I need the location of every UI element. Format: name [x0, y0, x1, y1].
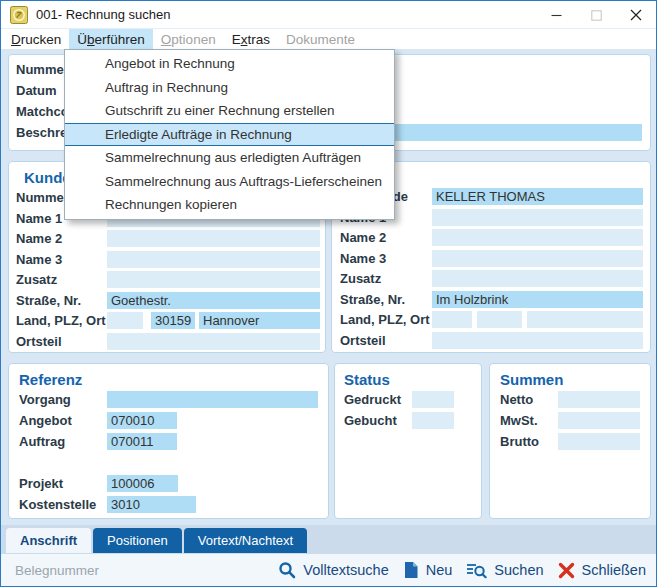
field-label: Gebucht: [344, 413, 412, 428]
menu-item-sammelrechnung-erledigte-auftraege[interactable]: Sammelrechnung aus erledigten Aufträgen: [65, 146, 394, 170]
menu-item-erledigte-auftraege-in-rechnung[interactable]: Erledigte Aufträge in Rechnung: [65, 123, 394, 147]
menu-ueberfuehren[interactable]: Überführen: [69, 29, 153, 49]
anschrift-strasse-field[interactable]: Im Holzbrink: [432, 291, 643, 308]
summen-header: Summen: [500, 364, 650, 391]
vorgang-field[interactable]: [107, 391, 318, 408]
minimize-icon: [551, 10, 562, 21]
anschrift-land-field[interactable]: [432, 311, 472, 328]
menu-item-gutschrift-erstellen[interactable]: Gutschrift zu einer Rechnung erstellen: [65, 99, 394, 123]
close-icon: [630, 9, 642, 21]
field-label: Land, PLZ, Ort: [16, 313, 107, 328]
field-label: Straße, Nr.: [340, 292, 432, 307]
spacer: [19, 454, 328, 475]
kunde-strasse-field[interactable]: Goethestr.: [107, 292, 320, 309]
field-label: Zusatz: [16, 272, 107, 287]
menu-extras[interactable]: Extras: [224, 29, 278, 49]
field-label: MwSt.: [500, 413, 558, 428]
anschrift-plz-field[interactable]: [477, 311, 522, 328]
window-title: 001- Rechnung suchen: [36, 7, 170, 22]
kunde-ortsteil-field[interactable]: [107, 333, 320, 350]
field-label: Ortsteil: [16, 334, 107, 349]
anschrift-zusatz-field[interactable]: [432, 270, 643, 287]
field-label: Name 2: [340, 230, 432, 245]
menu-optionen: Optionen: [153, 29, 224, 49]
field-label: Angebot: [19, 413, 107, 428]
angebot-field[interactable]: 070010: [107, 412, 177, 429]
button-label: Volltextsuche: [303, 562, 388, 578]
menu-item-sammelrechnung-lieferscheine[interactable]: Sammelrechnung aus Auftrags-Lieferschein…: [65, 170, 394, 194]
maximize-icon: [591, 10, 602, 21]
projekt-field[interactable]: 100006: [107, 475, 178, 492]
field-label: Brutto: [500, 434, 558, 449]
menu-drucken[interactable]: Drucken: [3, 29, 69, 49]
kostenstelle-field[interactable]: 3010: [107, 496, 196, 513]
mwst-field[interactable]: [558, 412, 640, 429]
anschrift-ort-field[interactable]: [527, 311, 643, 328]
close-window-button[interactable]: [616, 1, 656, 29]
suchen-button[interactable]: Suchen: [466, 561, 543, 579]
field-label: Gedruckt: [344, 392, 412, 407]
field-label: Auftrag: [19, 434, 107, 449]
referenz-header: Referenz: [19, 364, 328, 391]
field-label: Name 2: [16, 231, 107, 246]
status-header: Status: [344, 364, 481, 391]
field-label: Kostenstelle: [19, 497, 107, 512]
menu-dokumente: Dokumente: [278, 29, 363, 49]
ueberfuehren-dropdown-menu: Angebot in Rechnung Auftrag in Rechnung …: [64, 49, 395, 220]
bottom-bar: Volltextsuche Neu Suchen: [1, 553, 656, 586]
kunde-ort-field[interactable]: Hannover: [199, 312, 320, 329]
title-bar: 001- Rechnung suchen: [1, 1, 656, 29]
button-label: Suchen: [494, 562, 543, 578]
referenz-box: Referenz Vorgang Angebot070010 Auftrag07…: [8, 363, 329, 519]
close-x-icon: [558, 562, 575, 579]
anschrift-name1-field[interactable]: [432, 209, 643, 226]
field-label: Zusatz: [340, 271, 432, 286]
field-label: Name 3: [16, 252, 107, 267]
button-label: Schließen: [582, 562, 646, 578]
status-box: Status Gedruckt Gebucht: [334, 363, 482, 519]
field-label: Projekt: [19, 476, 107, 491]
maximize-button-disabled: [576, 1, 616, 29]
kunde-name3-field[interactable]: [107, 251, 320, 268]
volltextsuche-button[interactable]: Volltextsuche: [278, 561, 388, 579]
search-list-icon: [466, 561, 487, 579]
belegnummer-input[interactable]: [15, 563, 245, 578]
app-icon: [10, 6, 28, 24]
tab-vortext-nachtext[interactable]: Vortext/Nachtext: [184, 528, 307, 553]
anschrift-ortsteil-field[interactable]: [432, 332, 643, 349]
menu-item-auftrag-in-rechnung[interactable]: Auftrag in Rechnung: [65, 76, 394, 100]
anschrift-matchcode-field[interactable]: KELLER THOMAS: [432, 188, 643, 205]
kunde-zusatz-field[interactable]: [107, 271, 320, 288]
button-label: Neu: [426, 562, 453, 578]
tab-anschrift[interactable]: Anschrift: [6, 528, 91, 553]
menu-item-rechnungen-kopieren[interactable]: Rechnungen kopieren: [65, 193, 394, 217]
gebucht-field[interactable]: [412, 412, 454, 429]
app-window: 001- Rechnung suchen Drucken Überführen: [0, 0, 657, 587]
field-label: Land, PLZ, Ort: [340, 312, 432, 327]
anschrift-name2-field[interactable]: [432, 229, 643, 246]
menu-bar: Drucken Überführen Optionen Extras Dokum…: [1, 29, 656, 49]
brutto-field[interactable]: [558, 433, 640, 450]
schliessen-button[interactable]: Schließen: [558, 562, 646, 579]
gedruckt-field[interactable]: [412, 391, 454, 408]
kunde-plz-field[interactable]: 30159: [151, 312, 195, 329]
auftrag-field[interactable]: 070011: [107, 433, 177, 450]
field-label: Netto: [500, 392, 558, 407]
netto-field[interactable]: [558, 391, 640, 408]
new-document-icon: [403, 561, 419, 579]
kunde-name2-field[interactable]: [107, 230, 320, 247]
field-label: Ortsteil: [340, 333, 432, 348]
summen-box: Summen Netto MwSt. Brutto: [489, 363, 651, 519]
field-label: Straße, Nr.: [16, 293, 107, 308]
menu-item-angebot-in-rechnung[interactable]: Angebot in Rechnung: [65, 52, 394, 76]
anschrift-name3-field[interactable]: [432, 250, 643, 267]
neu-button[interactable]: Neu: [403, 561, 453, 579]
field-label: Name 3: [340, 251, 432, 266]
tab-positionen[interactable]: Positionen: [93, 528, 182, 553]
bottom-tab-strip: Anschrift Positionen Vortext/Nachtext: [1, 525, 656, 553]
kunde-land-field[interactable]: [107, 312, 143, 329]
minimize-button[interactable]: [536, 1, 576, 29]
field-label: Vorgang: [19, 392, 107, 407]
magnifier-icon: [278, 561, 296, 579]
